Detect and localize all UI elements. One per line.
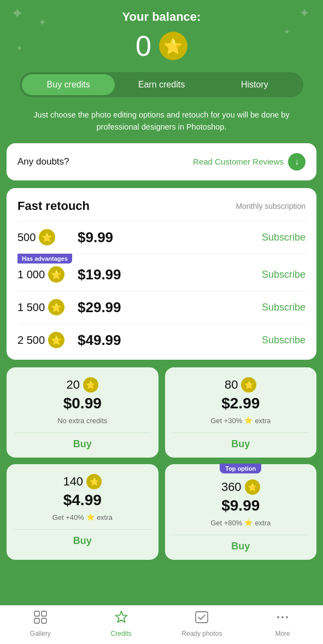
bottom-navigation: Gallery Credits Ready photos More bbox=[0, 605, 323, 644]
credits-value-500: 500 bbox=[17, 231, 36, 244]
nav-spacer bbox=[7, 560, 316, 604]
star-icon-500: ⭐ bbox=[39, 229, 55, 245]
top-option-badge: Top option bbox=[220, 464, 261, 473]
credits-icon bbox=[114, 610, 128, 628]
read-reviews-link[interactable]: Read Customer Reviews ↓ bbox=[193, 153, 306, 171]
subscribe-button-500[interactable]: Subscribe bbox=[262, 232, 306, 243]
buy-button-20[interactable]: Buy bbox=[14, 438, 151, 450]
buy-credits-row-140: 140 ⭐ bbox=[14, 474, 151, 489]
sub-credits-1000: 1 000 ⭐ bbox=[17, 266, 78, 283]
buy-price-360: $9.99 bbox=[173, 497, 309, 514]
sub-price-1000: $19.99 bbox=[78, 266, 262, 283]
buy-extra-text-140: Get +40% bbox=[52, 513, 84, 522]
subscribe-button-2500[interactable]: Subscribe bbox=[262, 335, 306, 346]
sub-price-1500: $29.99 bbox=[78, 299, 262, 316]
buy-extra-star-80: ⭐ bbox=[244, 417, 252, 424]
buy-card-80: 80 ⭐ $2.99 Get +30% ⭐ extra Buy bbox=[165, 367, 317, 458]
nav-item-gallery[interactable]: Gallery bbox=[0, 610, 81, 637]
subscribe-button-1500[interactable]: Subscribe bbox=[262, 302, 306, 313]
buy-price-20: $0.99 bbox=[14, 395, 151, 412]
subtitle-text: Just choose the photo editing options an… bbox=[0, 106, 323, 143]
buy-divider-140 bbox=[14, 529, 151, 530]
subscribe-button-1000[interactable]: Subscribe bbox=[262, 269, 306, 280]
svg-rect-4 bbox=[196, 612, 208, 623]
buy-extra-text-20: No extra credits bbox=[57, 417, 107, 425]
deco-star-1: ✦ bbox=[11, 4, 24, 22]
sub-credits-500: 500 ⭐ bbox=[17, 229, 78, 245]
read-reviews-text: Read Customer Reviews bbox=[193, 157, 284, 166]
balance-row: 0 ⭐ bbox=[11, 30, 312, 62]
balance-value: 0 bbox=[136, 30, 151, 62]
buy-extra-360: Get +80% ⭐ extra bbox=[173, 519, 309, 527]
buy-extra-text-360: Get +80% bbox=[210, 519, 242, 527]
nav-item-credits[interactable]: Credits bbox=[81, 610, 162, 637]
star-icon-1500: ⭐ bbox=[48, 299, 64, 315]
fast-retouch-card: Fast retouch Monthly subscription 500 ⭐ … bbox=[7, 188, 316, 360]
buy-button-360[interactable]: Buy bbox=[173, 541, 309, 552]
sub-credits-2500: 2 500 ⭐ bbox=[17, 332, 78, 348]
buy-credits-360: 360 bbox=[221, 480, 242, 494]
nav-item-ready-photos[interactable]: Ready photos bbox=[162, 610, 243, 637]
svg-rect-1 bbox=[42, 611, 46, 616]
tab-earn-credits[interactable]: Earn credits bbox=[115, 74, 208, 95]
subscription-row-500: 500 ⭐ $9.99 Subscribe bbox=[17, 221, 306, 254]
sub-price-2500: $49.99 bbox=[78, 332, 262, 349]
page-title: Your balance: bbox=[11, 10, 312, 24]
monthly-label: Monthly subscription bbox=[236, 202, 306, 210]
buy-credits-row-20: 20 ⭐ bbox=[14, 377, 151, 393]
more-icon bbox=[275, 610, 290, 628]
buy-card-140: 140 ⭐ $4.99 Get +40% ⭐ extra Buy bbox=[7, 464, 158, 560]
star-icon-1000: ⭐ bbox=[48, 266, 64, 283]
buy-extra-suffix-140: extra bbox=[97, 513, 113, 522]
buy-star-20: ⭐ bbox=[83, 377, 98, 393]
nav-label-credits: Credits bbox=[111, 630, 132, 637]
buy-star-360: ⭐ bbox=[245, 479, 260, 495]
deco-star-2: ✦ bbox=[38, 16, 46, 28]
svg-point-5 bbox=[277, 616, 279, 618]
buy-credits-80: 80 bbox=[225, 378, 238, 392]
buy-credits-20: 20 bbox=[67, 378, 80, 392]
deco-star-3: ✦ bbox=[299, 5, 310, 21]
buy-star-140: ⭐ bbox=[86, 474, 102, 489]
buy-card-20: 20 ⭐ $0.99 No extra credits Buy bbox=[7, 367, 158, 458]
buy-button-140[interactable]: Buy bbox=[14, 535, 151, 547]
nav-label-ready-photos: Ready photos bbox=[181, 630, 222, 637]
deco-star-5: ✦ bbox=[16, 44, 23, 52]
svg-rect-0 bbox=[34, 611, 39, 616]
credits-value-2500: 2 500 bbox=[17, 334, 45, 347]
buy-price-80: $2.99 bbox=[173, 395, 309, 412]
buy-divider-80 bbox=[173, 432, 309, 433]
nav-label-gallery: Gallery bbox=[30, 630, 51, 637]
svg-rect-3 bbox=[42, 618, 46, 623]
svg-rect-2 bbox=[34, 618, 39, 623]
buy-extra-140: Get +40% ⭐ extra bbox=[14, 513, 151, 522]
svg-point-7 bbox=[286, 616, 288, 618]
main-content: Any doubts? Read Customer Reviews ↓ Fast… bbox=[0, 143, 323, 610]
star-coin-icon: ⭐ bbox=[159, 32, 187, 60]
credits-value-1500: 1 500 bbox=[17, 301, 45, 314]
star-icon-2500: ⭐ bbox=[48, 332, 64, 348]
buy-price-140: $4.99 bbox=[14, 491, 151, 509]
buy-button-80[interactable]: Buy bbox=[173, 438, 309, 450]
gallery-icon bbox=[33, 610, 48, 628]
nav-item-more[interactable]: More bbox=[242, 610, 323, 637]
buy-credits-row-360: 360 ⭐ bbox=[173, 479, 309, 495]
tab-buy-credits[interactable]: Buy credits bbox=[22, 74, 115, 95]
buy-divider-360 bbox=[173, 535, 309, 535]
buy-extra-80: Get +30% ⭐ extra bbox=[173, 417, 309, 425]
doubts-question: Any doubts? bbox=[17, 156, 69, 167]
tab-bar: Buy credits Earn credits History bbox=[20, 72, 303, 97]
subscription-row-2500: 2 500 ⭐ $49.99 Subscribe bbox=[17, 324, 306, 356]
buy-credits-140: 140 bbox=[63, 475, 83, 489]
buy-extra-suffix-360: extra bbox=[255, 519, 271, 527]
retouch-header: Fast retouch Monthly subscription bbox=[17, 199, 306, 213]
doubts-card: Any doubts? Read Customer Reviews ↓ bbox=[7, 143, 316, 180]
credits-value-1000: 1 000 bbox=[17, 268, 45, 281]
sub-price-500: $9.99 bbox=[78, 229, 262, 246]
deco-star-4: ✦ bbox=[284, 27, 290, 36]
buy-credits-row-80: 80 ⭐ bbox=[173, 377, 309, 393]
buy-star-80: ⭐ bbox=[241, 377, 256, 393]
tab-history[interactable]: History bbox=[208, 74, 301, 95]
buy-divider-20 bbox=[14, 432, 151, 433]
down-arrow-icon: ↓ bbox=[288, 153, 306, 171]
